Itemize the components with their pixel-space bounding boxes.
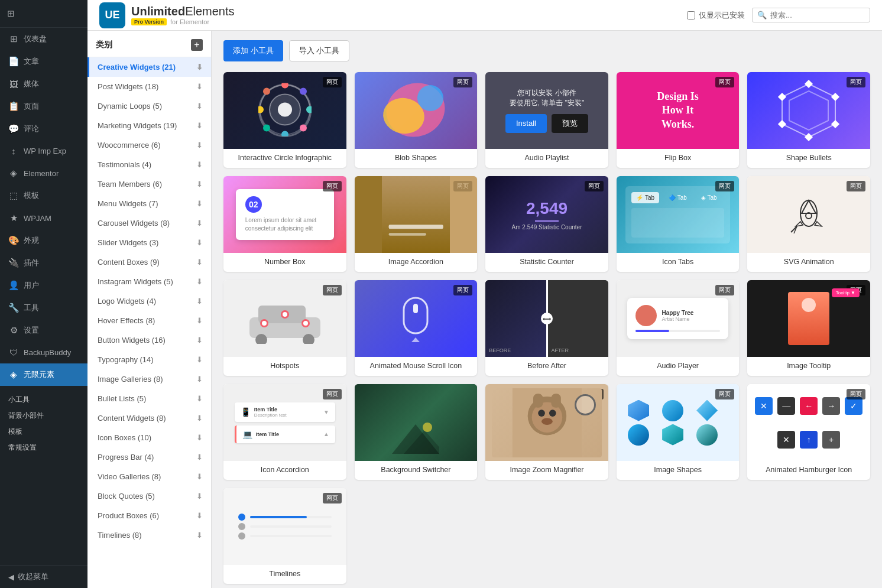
- widget-card-image-tooltip[interactable]: 网页 Tooltip ▼ Image Tooltip: [747, 280, 870, 376]
- sidebar-item-product-boxes[interactable]: Product Boxes (6) ⬇: [87, 506, 211, 525]
- sidebar-item-hover[interactable]: Hover Effects (8) ⬇: [87, 311, 211, 330]
- sidebar-item-bullet[interactable]: Bullet Lists (5) ⬇: [87, 389, 211, 408]
- widget-card-svg-animation[interactable]: 网页 SVG Animation: [747, 176, 870, 272]
- svg-marker-30: [796, 222, 803, 226]
- widget-card-hotspots[interactable]: 网页: [223, 280, 346, 376]
- templates-icon: ⬚: [8, 190, 19, 201]
- widget-badge: 网页: [715, 77, 734, 87]
- show-installed-label[interactable]: 仅显示已安装: [687, 10, 745, 21]
- menu-item-users[interactable]: 👤 用户: [0, 274, 87, 297]
- sidebar-item-marketing[interactable]: Marketing Widgets (19) ⬇: [87, 116, 211, 135]
- svg-rect-54: [533, 394, 543, 407]
- sidebar-item-post[interactable]: Post Widgets (18) ⬇: [87, 77, 211, 96]
- sidebar-item-creative[interactable]: Creative Widgets (21) ⬇: [87, 57, 211, 77]
- widget-card-image-zoom[interactable]: 网页: [485, 384, 608, 480]
- sidebar-item-video[interactable]: Video Galleries (8) ⬇: [87, 467, 211, 486]
- widget-card-audio-playlist[interactable]: 您可以安装 小部件要使用它, 请单击 "安装" Install 预览 Audio…: [485, 72, 608, 168]
- preview-btn[interactable]: 预览: [552, 114, 588, 133]
- menu-item-wpjam[interactable]: ★ WPJAM: [0, 207, 87, 229]
- widget-card-circle-infographic[interactable]: 网页: [223, 72, 346, 168]
- submenu-bg-parts[interactable]: 背景小部件: [8, 408, 79, 424]
- download-icon: ⬇: [196, 531, 203, 540]
- download-icon: ⬇: [196, 492, 203, 501]
- menu-item-tools[interactable]: 🔧 工具: [0, 297, 87, 319]
- widget-card-animated-mouse[interactable]: 网页 Animated Mouse Scroll Icon: [355, 280, 478, 376]
- sidebar-item-dynamic[interactable]: Dynamic Loops (5) ⬇: [87, 96, 211, 116]
- add-category-btn[interactable]: +: [191, 39, 203, 51]
- sidebar-item-logo[interactable]: Logo Widgets (4) ⬇: [87, 291, 211, 311]
- download-icon: ⬇: [196, 199, 203, 208]
- widget-card-statistic-counter[interactable]: 网页 2,549 Am 2.549 Statistic Counter Stat…: [485, 176, 608, 272]
- menu-item-plugins[interactable]: 🔌 插件: [0, 252, 87, 274]
- menu-item-dashboard[interactable]: ⊞ 仪表盘: [0, 28, 87, 50]
- tooltip-visual: Tooltip ▼: [747, 280, 870, 357]
- ham-icon-4: →: [822, 397, 840, 415]
- show-installed-checkbox[interactable]: [687, 11, 695, 20]
- install-actions: Install 预览: [505, 114, 588, 133]
- install-btn[interactable]: Install: [505, 114, 547, 133]
- widget-card-timelines[interactable]: 网页: [223, 488, 346, 584]
- search-box[interactable]: 🔍: [752, 8, 870, 22]
- sidebar-item-content-widgets[interactable]: Content Widgets (8) ⬇: [87, 408, 211, 428]
- sidebar-item-team[interactable]: Team Members (6) ⬇: [87, 174, 211, 194]
- widget-card-image-shapes[interactable]: 网页 Image Shapes: [617, 384, 740, 480]
- sidebar-item-progress[interactable]: Progress Bar (4) ⬇: [87, 447, 211, 467]
- widget-name: Animated Hamburger Icon: [747, 461, 870, 480]
- widget-thumb-blob-shapes: 网页: [355, 72, 478, 149]
- sidebar-item-timelines[interactable]: Timelines (8) ⬇: [87, 525, 211, 545]
- track-info: Happy Tree Artist Name: [662, 310, 693, 322]
- sidebar-item-slider[interactable]: Slider Widgets (3) ⬇: [87, 233, 211, 252]
- plugins-icon: 🔌: [8, 258, 19, 268]
- sidebar-item-menu[interactable]: Menu Widgets (7) ⬇: [87, 194, 211, 213]
- sidebar-item-block-quotes[interactable]: Block Quotes (5) ⬇: [87, 486, 211, 506]
- submenu-settings[interactable]: 常规设置: [8, 440, 79, 456]
- menu-item-templates[interactable]: ⬚ 模板: [0, 184, 87, 207]
- svg-point-9: [263, 125, 270, 132]
- sidebar-item-image-galleries[interactable]: Image Galleries (8) ⬇: [87, 369, 211, 389]
- widget-card-icon-tabs[interactable]: 网页 ⚡ Tab 🔷 Tab ◈ Tab Icon Tabs: [617, 176, 740, 272]
- submenu-templates[interactable]: 模板: [8, 424, 79, 440]
- widget-badge: 网页: [715, 181, 734, 191]
- widget-card-animated-hamburger[interactable]: 网页 ✕ — ← → ✓ ✕ ↑ + Animated Hamburger Ic…: [747, 384, 870, 480]
- menu-item-comments[interactable]: 💬 评论: [0, 118, 87, 140]
- menu-item-posts[interactable]: 📄 文章: [0, 50, 87, 73]
- menu-item-settings[interactable]: ⚙ 设置: [0, 319, 87, 342]
- sidebar-item-content-boxes[interactable]: Content Boxes (9) ⬇: [87, 252, 211, 272]
- sidebar-item-carousel[interactable]: Carousel Widgets (8) ⬇: [87, 213, 211, 233]
- menu-item-appearance[interactable]: 🎨 外观: [0, 229, 87, 252]
- widget-thumb-statistic-counter: 网页 2,549 Am 2.549 Statistic Counter: [485, 176, 608, 253]
- import-widget-btn[interactable]: 导入 小工具: [289, 40, 350, 61]
- widget-card-audio-player[interactable]: 网页 Happy Tree Artist Name: [617, 280, 740, 376]
- widget-card-shape-bullets[interactable]: 网页 Shape Bullets: [747, 72, 870, 168]
- sidebar-item-instagram[interactable]: Instagram Widgets (5) ⬇: [87, 272, 211, 291]
- submenu-widgets[interactable]: 小工具: [8, 392, 79, 408]
- add-widget-btn[interactable]: 添加 小工具: [223, 40, 283, 61]
- menu-item-backupbuddy[interactable]: 🛡 BackupBuddy: [0, 342, 87, 363]
- menu-item-elementor[interactable]: ◈ Elementor: [0, 162, 87, 184]
- sidebar-item-woocommerce[interactable]: Woocommerce (6) ⬇: [87, 135, 211, 155]
- search-input[interactable]: [770, 11, 865, 20]
- widget-card-number-box[interactable]: 网页 02 Lorem ipsum dolor sit amet consect…: [223, 176, 346, 272]
- sidebar-item-testimonials[interactable]: Testimonials (4) ⬇: [87, 155, 211, 174]
- submenu-section: 小工具 背景小部件 模板 常规设置: [0, 388, 87, 459]
- collapse-menu-btn[interactable]: ◀ 收起菜单: [0, 565, 87, 588]
- ham-icon-1: ✕: [755, 397, 773, 415]
- sidebar-item-typography[interactable]: Typography (14) ⬇: [87, 350, 211, 369]
- shape-hex-1: [628, 400, 649, 421]
- widget-card-bg-switcher[interactable]: 网页 Background Switcher: [355, 384, 478, 480]
- widget-card-blob-shapes[interactable]: 网页 Blob Shapes: [355, 72, 478, 168]
- sidebar-item-icon-boxes[interactable]: Icon Boxes (10) ⬇: [87, 428, 211, 447]
- widget-badge: 网页: [847, 77, 865, 87]
- widget-name: Statistic Counter: [485, 253, 608, 272]
- sidebar-item-button[interactable]: Button Widgets (16) ⬇: [87, 330, 211, 350]
- menu-item-pages[interactable]: 📋 页面: [0, 95, 87, 118]
- widget-card-image-accordion[interactable]: 网页 Image Accordion: [355, 176, 478, 272]
- download-icon: ⬇: [196, 258, 203, 267]
- menu-item-unlimited-elements[interactable]: ◈ 无限元素: [0, 363, 87, 386]
- svg-point-13: [417, 85, 443, 111]
- widget-card-flip-box[interactable]: 网页 Design IsHow ItWorks. Flip Box: [617, 72, 740, 168]
- widget-card-before-after[interactable]: 网页 BEFORE ⟺ AFTER: [485, 280, 608, 376]
- widget-card-icon-accordion[interactable]: 网页 📱 Item Title Description text ▼: [223, 384, 346, 480]
- menu-item-media[interactable]: 🖼 媒体: [0, 73, 87, 95]
- menu-item-wpimpexp[interactable]: ↕ WP Imp Exp: [0, 140, 87, 162]
